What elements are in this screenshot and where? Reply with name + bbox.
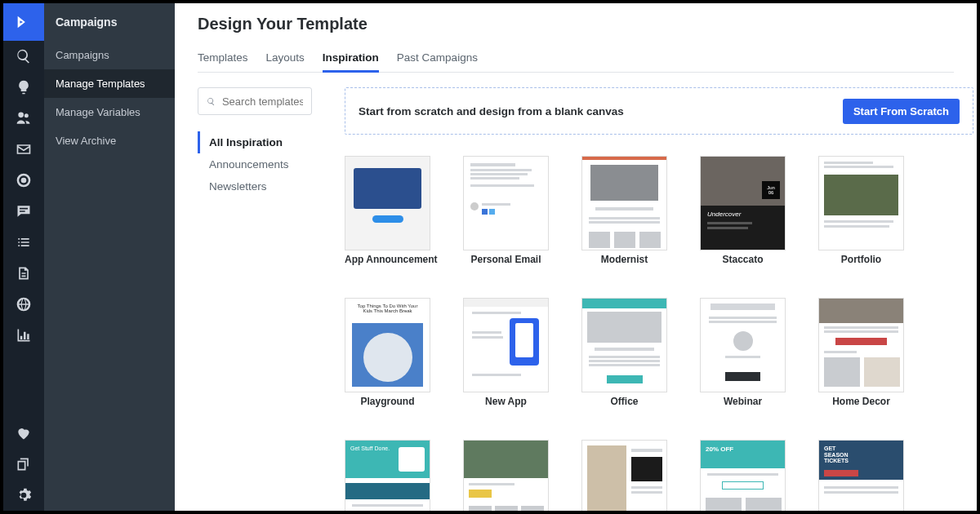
envelope-icon[interactable] [3,134,44,165]
sidebar-item-view-archive[interactable]: View Archive [44,126,175,155]
target-icon[interactable] [3,165,44,196]
sidebar-item-campaigns[interactable]: Campaigns [44,41,175,69]
sidebar: Campaigns Campaigns Manage Templates Man… [44,3,175,511]
page-title: Design Your Template [198,15,954,33]
tab-inspiration[interactable]: Inspiration [323,45,379,72]
template-card[interactable]: Undercover Jun06 Staccato [700,156,786,265]
app-logo[interactable] [3,3,44,41]
template-card[interactable]: New App [463,298,549,407]
filter-newsletters[interactable]: Newsletters [198,175,345,197]
templates-grid: App Announcement [345,156,973,511]
chat-icon[interactable] [3,196,44,227]
main: Design Your Template Templates Layouts I… [175,3,977,511]
template-card[interactable]: Home Decor [818,298,904,407]
template-card[interactable]: Portfolio [818,156,904,265]
template-card[interactable]: App Announcement [345,156,430,265]
filters: All Inspiration Announcements Newsletter… [198,131,345,197]
search-input[interactable] [222,95,303,108]
iconbar [3,3,44,511]
copy-icon[interactable] [3,449,44,480]
chart-icon[interactable] [3,320,44,351]
search-icon [207,96,216,107]
list-icon[interactable] [3,227,44,258]
template-card[interactable]: Get Stuff Done. [345,440,430,511]
search-icon[interactable] [3,41,44,72]
template-card[interactable] [463,440,549,511]
gear-icon[interactable] [3,480,44,511]
start-from-scratch-button[interactable]: Start From Scratch [843,99,960,124]
sidebar-item-manage-templates[interactable]: Manage Templates [44,69,175,98]
document-icon[interactable] [3,258,44,289]
tab-past-campaigns[interactable]: Past Campaigns [397,45,478,72]
template-card[interactable]: Modernist [581,156,667,265]
template-card[interactable]: Personal Email [463,156,549,265]
template-card[interactable] [581,440,667,511]
template-card[interactable]: Webinar [700,298,786,407]
users-icon[interactable] [3,103,44,134]
sidebar-title: Campaigns [44,3,175,41]
template-card[interactable]: GETSEASONTICKETS [818,440,904,511]
search-input-wrapper[interactable] [198,87,312,115]
sidebar-item-manage-variables[interactable]: Manage Variables [44,98,175,126]
template-card[interactable]: 20% OFF [700,440,786,511]
filter-announcements[interactable]: Announcements [198,153,345,175]
scratch-text: Start from scratch and design from a bla… [359,105,624,117]
tab-templates[interactable]: Templates [198,45,248,72]
tabs: Templates Layouts Inspiration Past Campa… [198,45,954,73]
scratch-banner: Start from scratch and design from a bla… [345,87,973,135]
lightbulb-icon[interactable] [3,72,44,103]
tab-layouts[interactable]: Layouts [266,45,305,72]
filter-all-inspiration[interactable]: All Inspiration [198,131,345,153]
globe-icon[interactable] [3,289,44,320]
heart-icon[interactable] [3,418,44,449]
template-card[interactable]: Top Things To Do With Your Kids This Mar… [345,298,430,407]
template-card[interactable]: Office [581,298,667,407]
